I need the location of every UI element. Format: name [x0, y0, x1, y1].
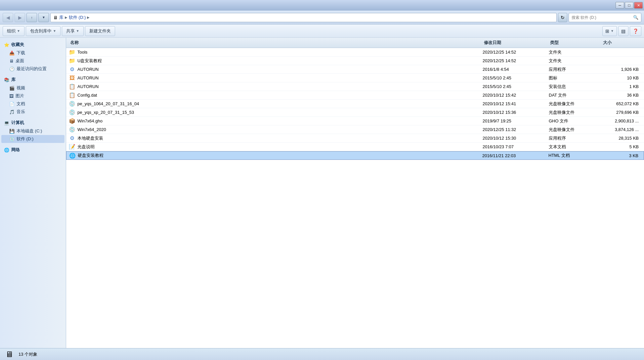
sidebar-item-document[interactable]: 📄 文档: [1, 100, 64, 108]
file-type: 文件夹: [549, 58, 602, 64]
sidebar-item-picture[interactable]: 🖼 图片: [1, 92, 64, 100]
search-input[interactable]: [572, 15, 633, 20]
file-modified: 2016/10/23 7:07: [483, 144, 549, 149]
file-size: 1,926 KB: [602, 67, 641, 72]
file-name-cell: ⚙ 本地硬盘安装: [69, 135, 483, 142]
recent-icon: 🕐: [9, 67, 15, 71]
newfolder-button[interactable]: 新建文件夹: [85, 26, 115, 36]
table-row[interactable]: 🖼 AUTORUN 2015/5/10 2:45 图标 10 KB: [66, 74, 644, 82]
computer-label: 计算机: [11, 120, 24, 126]
share-button[interactable]: 共享 ▼: [62, 26, 84, 36]
table-row[interactable]: 🌐 硬盘安装教程 2016/11/21 22:03 HTML 文档 3 KB: [66, 151, 644, 160]
table-row[interactable]: ⚙ 本地硬盘安装 2020/10/12 15:30 应用程序 28,315 KB: [66, 134, 644, 143]
minimize-button[interactable]: ─: [616, 2, 624, 9]
table-row[interactable]: 💿 pe_yqs_1064_20_07_31_16_04 2020/10/12 …: [66, 100, 644, 108]
file-type: GHO 文件: [549, 118, 602, 124]
addressbar: ◀ ▶ ↑ ▼ 🖥 库 ▶ 软件 (D:) ▶ ↻ 🔍: [0, 11, 644, 24]
table-row[interactable]: ⚙ AUTORUN 2016/1/8 4:54 应用程序 1,926 KB: [66, 65, 644, 74]
sidebar-item-desktop[interactable]: 🖥 桌面: [1, 57, 64, 65]
sidebar-item-music[interactable]: 🎵 音乐: [1, 108, 64, 116]
table-row[interactable]: 📦 Win7x64.gho 2019/9/7 19:25 GHO 文件 2,90…: [66, 117, 644, 125]
view-icon: ⊞: [605, 28, 609, 34]
sidebar-item-recent[interactable]: 🕐 最近访问的位置: [1, 65, 64, 73]
refresh-button[interactable]: ↻: [558, 13, 567, 22]
network-icon: 🌐: [4, 148, 9, 153]
sidebar-item-cdrive[interactable]: 💾 本地磁盘 (C:): [1, 127, 64, 135]
cdrive-icon: 💾: [9, 129, 15, 134]
table-row[interactable]: 📁 U盘安装教程 2020/12/25 14:52 文件夹: [66, 57, 644, 65]
include-button[interactable]: 包含到库中 ▼: [26, 26, 61, 36]
sidebar-favorites-header[interactable]: ⭐ 收藏夹: [1, 40, 64, 49]
sidebar-item-downloads[interactable]: 📥 下载: [1, 49, 64, 57]
file-modified: 2016/1/8 4:54: [483, 67, 549, 72]
file-type-icon: 📁: [69, 58, 75, 64]
file-type: 应用程序: [549, 135, 602, 141]
file-name-label: Win7x64_2020: [77, 127, 106, 132]
file-name-label: 硬盘安装教程: [78, 153, 104, 158]
organize-label: 组织: [7, 28, 16, 34]
back-button[interactable]: ◀: [3, 13, 13, 22]
table-row[interactable]: 💿 Win7x64_2020 2020/12/25 11:32 光盘映像文件 3…: [66, 125, 644, 134]
history-button[interactable]: ▼: [38, 13, 49, 22]
sidebar-item-ddrive[interactable]: 💿 软件 (D:): [1, 135, 64, 143]
organize-button[interactable]: 组织 ▼: [3, 26, 24, 36]
statusbar-appicon: 🖥: [5, 350, 13, 359]
table-row[interactable]: 📝 光盘说明 2016/10/23 7:07 文本文档 5 KB: [66, 143, 644, 151]
sidebar: ⭐ 收藏夹 📥 下载 🖥 桌面 🕐 最近访问的位置 📚 库: [0, 38, 66, 348]
file-type: 文本文档: [549, 144, 602, 150]
file-name-cell: 📦 Win7x64.gho: [69, 118, 483, 124]
col-type[interactable]: 类型: [549, 39, 602, 46]
file-type: DAT 文件: [549, 92, 602, 98]
col-name[interactable]: 名称: [69, 39, 483, 46]
col-modified[interactable]: 修改日期: [483, 39, 549, 46]
file-name-label: Win7x64.gho: [77, 118, 103, 123]
library-icon: 📚: [4, 77, 9, 82]
file-modified: 2016/11/21 22:03: [482, 153, 548, 158]
forward-button[interactable]: ▶: [15, 13, 25, 22]
sidebar-computer-header[interactable]: 💻 计算机: [1, 118, 64, 127]
search-bar[interactable]: 🔍: [569, 13, 641, 22]
table-row[interactable]: 💿 pe_yqs_xp_20_07_31_15_53 2020/10/12 15…: [66, 108, 644, 117]
include-arrow: ▼: [53, 29, 56, 33]
table-row[interactable]: 📁 Tools 2020/12/25 14:52 文件夹: [66, 48, 644, 57]
file-name-label: Config.dat: [77, 93, 97, 98]
titlebar: ─ □ ✕: [0, 0, 644, 11]
help-button[interactable]: ❓: [630, 26, 641, 36]
music-icon: 🎵: [9, 110, 15, 114]
breadcrumb-drive[interactable]: 软件 (D:): [69, 15, 86, 21]
document-icon: 📄: [9, 102, 15, 107]
picture-icon: 🖼: [9, 94, 14, 99]
up-button[interactable]: ↑: [26, 13, 37, 22]
sidebar-item-video[interactable]: 🎬 视频: [1, 84, 64, 92]
file-modified: 2020/12/25 11:32: [483, 127, 549, 132]
file-modified: 2015/5/10 2:45: [483, 75, 549, 80]
file-type: 文件夹: [549, 49, 602, 55]
cdrive-label: 本地磁盘 (C:): [17, 128, 42, 134]
table-row[interactable]: 📋 Config.dat 2020/10/12 15:42 DAT 文件 36 …: [66, 91, 644, 100]
breadcrumb-sep2: ▶: [87, 16, 90, 19]
view-button[interactable]: ⊞ ▼: [602, 26, 617, 36]
sidebar-library-header[interactable]: 📚 库: [1, 75, 64, 84]
sidebar-network-header[interactable]: 🌐 网络: [1, 146, 64, 154]
search-icon: 🔍: [633, 15, 638, 20]
layout-button[interactable]: ▤: [618, 26, 628, 36]
file-type: HTML 文档: [548, 153, 601, 158]
network-label: 网络: [11, 147, 20, 153]
sidebar-computer-section: 💻 计算机 💾 本地磁盘 (C:) 💿 软件 (D:): [1, 118, 64, 143]
file-name-cell: 📁 Tools: [69, 49, 483, 56]
file-type-icon: 💿: [69, 126, 75, 133]
file-size: 3,874,126 ...: [602, 127, 641, 132]
file-type: 图标: [549, 75, 602, 81]
maximize-button[interactable]: □: [625, 2, 633, 9]
col-size[interactable]: 大小: [602, 39, 641, 46]
file-name-label: U盘安装教程: [77, 58, 102, 64]
file-type-icon: 🌐: [69, 152, 76, 159]
table-row[interactable]: 📋 AUTORUN 2015/5/10 2:45 安装信息 1 KB: [66, 82, 644, 91]
file-type-icon: 💿: [69, 109, 75, 116]
file-size: 279,696 KB: [602, 110, 641, 115]
close-button[interactable]: ✕: [634, 2, 643, 9]
favorites-label: 收藏夹: [11, 42, 24, 48]
statusbar: 🖥 13 个对象: [0, 348, 644, 360]
breadcrumb-computer[interactable]: 库: [59, 15, 64, 21]
file-type-icon: ⚙: [69, 135, 75, 142]
